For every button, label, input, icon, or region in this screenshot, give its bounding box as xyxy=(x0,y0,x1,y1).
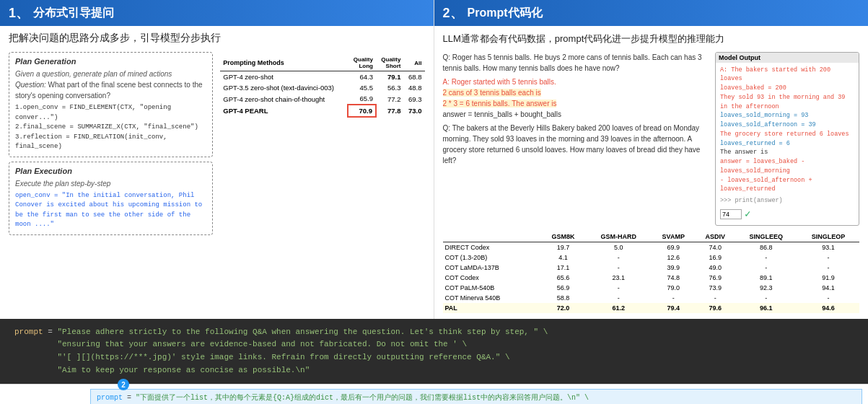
table-row: COT (1.3-20B) 4.1 - 12.6 16.9 - - xyxy=(443,252,860,263)
left-panel: 1、 分布式引导提问 把解决问题的思路分成多步，引导模型分步执行 Plan Ge… xyxy=(0,0,434,319)
qa-answer-code: answer = tennis_balls + bought_balls xyxy=(443,110,562,118)
right-section-number: 2、 xyxy=(443,4,463,22)
val-cell: - xyxy=(797,263,859,273)
table-row: COT Codex 65.6 23.1 74.8 76.9 89.1 91.9 xyxy=(443,273,860,283)
val-cell: 94.6 xyxy=(797,303,859,313)
method-name: GPT-4 zero-shot chain-of-thought xyxy=(220,93,348,105)
plan-generation-content: Given a question, generate plan of mined… xyxy=(15,69,206,152)
val-cell: 76.9 xyxy=(696,273,735,283)
method-short: 77.8 xyxy=(376,105,404,117)
method-long: 45.5 xyxy=(348,82,376,93)
method-cell: COT Minerva 540B xyxy=(443,293,541,303)
code-line-4: "Aim to keep your response as concise as… xyxy=(14,364,854,377)
var-prompt: prompt xyxy=(14,328,43,336)
val-cell: 92.3 xyxy=(735,283,797,293)
val-cell: 39.9 xyxy=(652,263,696,273)
step-3: 3.reflection = FIND_RELATION(init_conv, … xyxy=(15,133,206,152)
table-row-highlight: GPT-4 PEARL 70.9 77.8 73.0 xyxy=(220,105,424,117)
val-cell: 12.6 xyxy=(652,252,696,263)
code-line-3: "'[ ][](https://***.jpg)' style image li… xyxy=(14,351,854,364)
right-inner: Q: Roger has 5 tennis balls. He buys 2 m… xyxy=(443,52,860,226)
table-header-quality-long: Quality Long xyxy=(348,55,376,71)
plan-gen-description: Given a question, generate plan of mined… xyxy=(15,69,206,79)
right-section-header: 2、 Prompt代码化 xyxy=(434,0,869,26)
col-header-svamp: SVAMP xyxy=(652,232,696,242)
model-line-1: A: The bakers started with 200 loaves xyxy=(720,66,854,84)
main-container: 1、 分布式引导提问 把解决问题的思路分成多步，引导模型分步执行 Plan Ge… xyxy=(0,0,868,404)
method-cell: COT (1.3-20B) xyxy=(443,252,541,263)
model-answer-label: >>> print(answer) xyxy=(720,197,783,204)
prompting-methods-label: Prompting Methods xyxy=(223,59,345,66)
col-header-gsm8k: GSM8K xyxy=(540,232,585,242)
plan-execution-title: Plan Execution xyxy=(15,167,206,175)
qa-answer-highlight3: 2 * 3 = 6 tennis balls. The answer is xyxy=(443,100,557,107)
val-cell: - xyxy=(735,263,797,273)
model-line-6: The grocery store returned 6 loaves xyxy=(720,130,854,139)
val-cell: - xyxy=(735,252,797,263)
opt-prompt-var: prompt xyxy=(97,394,123,402)
left-section-title: 分布式引导提问 xyxy=(33,6,114,21)
table-header-quality-short: Quality Short xyxy=(376,55,404,71)
qa-answer-1: A: Roger started with 5 tennis balls. 2 … xyxy=(443,76,710,120)
plan-gen-question-label: Question: What part of the final scene b… xyxy=(15,79,206,101)
str-content-4: "Aim to keep your response as concise as… xyxy=(14,366,310,374)
opt-prompt-container: prompt = "下面提供了一个list，其中的每个元素是{Q:A}组成的di… xyxy=(90,389,862,404)
val-cell: 49.0 xyxy=(696,263,735,273)
model-line-2: loaves_baked = 200 xyxy=(720,84,854,93)
table-row-pal: PAL 72.0 61.2 79.4 79.6 96.1 94.6 xyxy=(443,303,860,313)
left-subtitle: 把解决问题的思路分成多步，引导模型分步执行 xyxy=(9,32,425,45)
model-line-4: loaves_sold_morning = 93 xyxy=(720,111,854,120)
col-header-method xyxy=(443,232,541,242)
method-name: GPT-3.5 zero-shot (text-davinci-003) xyxy=(220,82,348,93)
method-name: GPT-4 zero-shot xyxy=(220,71,348,83)
val-cell: - xyxy=(652,293,696,303)
method-all: 69.3 xyxy=(403,93,424,105)
model-line-7: loaves_returned = 6 xyxy=(720,139,854,149)
plan-exec-code: open_conv = "In the initial conversation… xyxy=(15,191,206,230)
table-row: GPT-4 zero-shot chain-of-thought 65.9 77… xyxy=(220,93,424,105)
val-cell: - xyxy=(797,293,859,303)
badge-2: 2 xyxy=(118,379,129,390)
val-cell: - xyxy=(696,293,735,303)
table-row: COT LaMDA-137B 17.1 - 39.9 49.0 - - xyxy=(443,263,860,273)
val-cell: 94.1 xyxy=(797,283,859,293)
bottom-code-section: prompt = "Please adhere strictly to the … xyxy=(0,319,868,384)
model-line-9: answer = loaves_baked - loaves_sold_morn… xyxy=(720,157,854,176)
check-icon: ✓ xyxy=(745,207,750,222)
val-cell: 74.8 xyxy=(652,273,696,283)
model-answer-input[interactable] xyxy=(720,209,742,219)
val-cell: 72.0 xyxy=(540,303,585,313)
top-section: 1、 分布式引导提问 把解决问题的思路分成多步，引导模型分步执行 Plan Ge… xyxy=(0,0,868,319)
method-all: 73.0 xyxy=(403,105,424,117)
val-cell: 23.1 xyxy=(586,273,652,283)
method-all: 68.8 xyxy=(403,71,424,83)
methods-table-container: Plan Generation Given a question, genera… xyxy=(9,52,425,235)
plan-generation-box: Plan Generation Given a question, genera… xyxy=(9,52,213,157)
step-2: 2.final_scene = SUMMARIZE_X(CTX, "final_… xyxy=(15,123,206,133)
table-header-all: All xyxy=(403,55,424,71)
val-cell: 61.2 xyxy=(586,303,652,313)
model-output-text: A: The bakers started with 200 loaves lo… xyxy=(720,66,854,222)
opt-prompt-var-line: prompt = "下面提供了一个list，其中的每个元素是{Q:A}组成的di… xyxy=(97,392,856,404)
plan-generation-title: Plan Generation xyxy=(15,57,206,66)
val-cell: - xyxy=(586,263,652,273)
val-cell: - xyxy=(797,252,859,263)
model-output-box: Model Output A: The bakers started with … xyxy=(715,52,859,226)
code-line-1: prompt = "Please adhere strictly to the … xyxy=(14,326,854,339)
method-cell: COT Codex xyxy=(443,273,541,283)
val-cell: 96.1 xyxy=(735,303,797,313)
method-all: 48.8 xyxy=(403,82,424,93)
col-header-singleop: SINGLEOP xyxy=(797,232,859,242)
equals: = xyxy=(48,328,57,336)
table-row: DIRECT Codex 19.7 5.0 69.9 74.0 86.8 93.… xyxy=(443,242,860,252)
table-row: COT Minerva 540B 58.8 - - - - - xyxy=(443,293,860,303)
right-subtitle: LLM通常都会有代码数据，prompt代码化进一步提升模型的推理能力 xyxy=(443,32,860,46)
plan-boxes-left: Plan Generation Given a question, genera… xyxy=(9,52,213,235)
plan-table-right: Prompting Methods Quality Long Quality S… xyxy=(220,52,424,235)
opt-prompt-value-1: "下面提供了一个list，其中的每个元素是{Q:A}组成的dict，最后有一个用… xyxy=(136,394,589,402)
model-answer: >>> print(answer) xyxy=(720,196,854,206)
method-cell: COT PaLM-540B xyxy=(443,283,541,293)
method-short: 77.2 xyxy=(376,93,404,105)
method-cell: PAL xyxy=(443,303,541,313)
right-table-section: GSM8K GSM-HARD SVAMP ASDIV SINGLEEQ SING… xyxy=(443,232,860,313)
